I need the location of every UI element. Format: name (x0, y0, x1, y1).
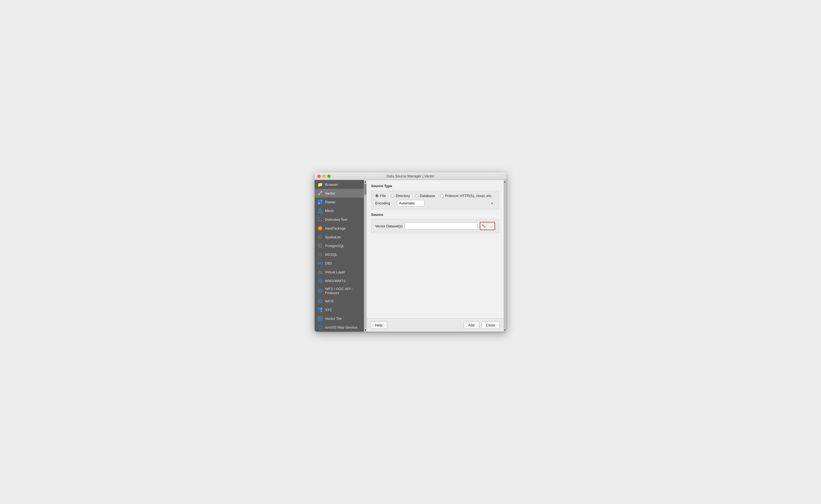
source-type-title: Source Type (371, 184, 499, 188)
minimize-button[interactable] (322, 175, 326, 178)
svg-text:+: + (321, 302, 322, 303)
radio-protocol[interactable]: Protocol: HTTP(S), cloud, etc. (440, 194, 492, 198)
radio-database[interactable]: Database (415, 194, 435, 198)
sidebar-label-mesh: Mesh (325, 209, 334, 213)
browse-icon-button[interactable] (480, 222, 487, 230)
svg-text:+: + (321, 310, 322, 312)
svg-rect-36 (318, 310, 320, 312)
source-section-title: Source (371, 213, 499, 217)
browse-dots-button[interactable]: … (487, 222, 495, 230)
svg-point-3 (320, 193, 321, 194)
arcgis-icon: + (317, 325, 323, 330)
sidebar-item-wfs-ogc[interactable]: + WFS / OGC API - Features (315, 285, 364, 297)
radio-file-input[interactable] (375, 194, 379, 198)
content-scrollbar[interactable]: ▲ ▼ (504, 180, 506, 332)
encoding-select-wrapper: Automatic UTF-8 ISO-8859-1 Windows-1252 (397, 200, 495, 206)
raster-icon: + (317, 199, 323, 205)
sidebar-label-arcgis-map: ArcGIS Map Service (325, 325, 357, 329)
sidebar-scroll-up[interactable]: ▲ (364, 180, 367, 183)
sidebar-item-virtual-layer[interactable]: + Virtual Layer (315, 268, 364, 276)
vector-dataset-input[interactable] (405, 222, 478, 230)
mesh-icon: + (317, 208, 323, 213)
sidebar-item-postgresql[interactable]: + PostgreSQL (315, 241, 364, 250)
svg-text:+: + (321, 328, 322, 330)
sidebar-scrollbar[interactable]: ▲ ▼ (364, 180, 367, 332)
main-content: 📁 Browser + Vector + (315, 180, 506, 332)
sidebar-item-mesh[interactable]: + Mesh (315, 206, 364, 215)
geopackage-icon: + (317, 225, 323, 231)
sidebar-label-postgresql: PostgreSQL (325, 244, 345, 248)
db2-icon: DB2 (317, 260, 323, 266)
sidebar-item-browser[interactable]: 📁 Browser (315, 180, 364, 189)
xyz-icon: + (317, 307, 323, 312)
sidebar-item-geopackage[interactable]: + GeoPackage (315, 224, 364, 233)
svg-text:+: + (321, 194, 322, 196)
source-type-box: File Directory Database (371, 191, 499, 209)
sidebar-item-vector-tile[interactable]: + Vector Tile (315, 314, 364, 323)
content-scroll-down[interactable]: ▼ (504, 328, 506, 332)
browser-icon: 📁 (317, 182, 323, 187)
encoding-select[interactable]: Automatic UTF-8 ISO-8859-1 Windows-1252 (397, 200, 424, 206)
sidebar-item-raster[interactable]: + Raster (315, 198, 364, 206)
sidebar-item-xyz[interactable]: + XYZ (315, 305, 364, 314)
radio-directory-input[interactable] (391, 194, 394, 198)
vector-dataset-label: Vector Dataset(s) (375, 224, 403, 228)
sidebar-label-virtual-layer: Virtual Layer (325, 270, 345, 274)
sidebar-item-arcgis-map[interactable]: + ArcGIS Map Service (315, 323, 364, 332)
svg-rect-34 (318, 308, 320, 309)
content-scroll-up[interactable]: ▲ (504, 180, 506, 183)
close-button[interactable]: Close (481, 321, 500, 329)
window-title: Data Source Manager | Vector (387, 174, 435, 178)
sidebar-label-db2: DB2 (325, 261, 332, 265)
content-area: Source Type File Directory (367, 180, 504, 332)
sidebar-item-wcs[interactable]: + WCS (315, 297, 364, 305)
radio-directory-label: Directory (396, 194, 410, 198)
sidebar-item-spatialite[interactable]: + SpatiaLite (315, 233, 364, 241)
svg-rect-5 (318, 200, 320, 202)
wcs-icon: + (317, 298, 323, 304)
close-button[interactable] (317, 175, 321, 178)
sidebar-label-spatialite: SpatiaLite (325, 235, 341, 239)
sidebar: 📁 Browser + Vector + (315, 180, 364, 332)
sidebar-container: 📁 Browser + Vector + (315, 180, 367, 332)
help-button[interactable]: Help (371, 321, 387, 329)
svg-text:+: + (321, 220, 322, 222)
svg-text:+: + (321, 229, 322, 231)
svg-text:+: + (321, 291, 322, 293)
sidebar-scroll-down[interactable]: ▼ (364, 328, 367, 332)
vector-tile-icon: + (317, 316, 323, 321)
content-scroll: Source Type File Directory (367, 180, 504, 318)
sidebar-item-wms-wmts[interactable]: + WMS/WMTS (315, 276, 364, 285)
wms-wmts-icon: + (317, 278, 323, 283)
radio-directory[interactable]: Directory (391, 194, 410, 198)
sidebar-item-vector[interactable]: + Vector (315, 189, 364, 198)
svg-line-48 (483, 225, 484, 227)
mssql-icon: + (317, 252, 323, 257)
content-with-scrollbar: Source Type File Directory (367, 180, 506, 332)
encoding-row: Encoding Automatic UTF-8 ISO-8859-1 Wind… (375, 200, 495, 206)
sidebar-label-raster: Raster (325, 200, 336, 204)
svg-rect-41 (318, 319, 320, 321)
radio-database-label: Database (420, 194, 435, 198)
sidebar-item-mssql[interactable]: + MSSQL (315, 250, 364, 259)
svg-text:+: + (321, 319, 322, 321)
main-window: Data Source Manager | Vector 📁 Browser +… (315, 172, 506, 332)
sidebar-label-browser: Browser (325, 183, 338, 187)
sidebar-label-wcs: WCS (325, 299, 333, 303)
add-button[interactable]: Add (464, 321, 479, 329)
radio-file[interactable]: File (375, 194, 386, 198)
maximize-button[interactable] (327, 175, 331, 178)
sidebar-label-xyz: XYZ (325, 308, 332, 312)
svg-text:+: + (321, 273, 322, 274)
source-box: Vector Dataset(s) (371, 219, 499, 233)
radio-database-input[interactable] (415, 194, 418, 198)
radio-protocol-input[interactable] (440, 194, 444, 198)
sidebar-item-db2[interactable]: DB2 DB2 (315, 259, 364, 268)
svg-rect-39 (318, 316, 320, 318)
sidebar-label-mssql: MSSQL (325, 253, 338, 257)
sidebar-item-delimited-text[interactable]: + Delimited Text (315, 215, 364, 224)
postgresql-icon: + (317, 243, 323, 248)
vector-icon: + (317, 190, 323, 196)
radio-protocol-label: Protocol: HTTP(S), cloud, etc. (445, 194, 492, 198)
bottom-right: Add Close (464, 321, 500, 329)
